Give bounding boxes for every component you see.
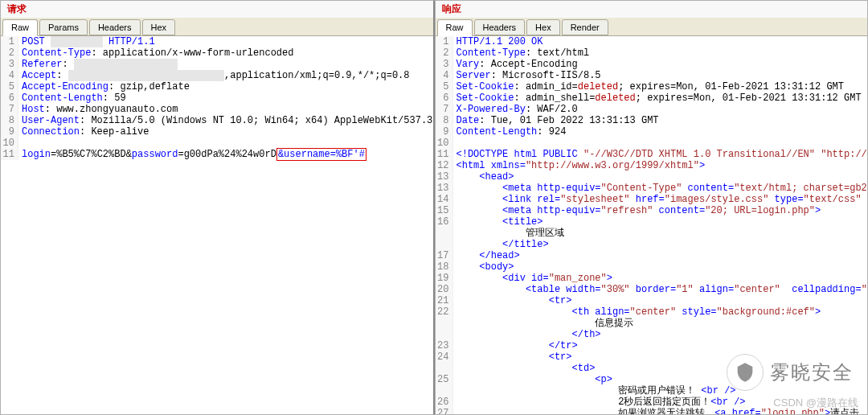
line-content: </th>	[453, 329, 601, 340]
line-content: Set-Cookie: admin_shell=deleted; expires…	[453, 92, 862, 104]
line-content: <!DOCTYPE html PUBLIC "-//W3C//DTD XHTML…	[453, 149, 868, 160]
line-content: <tr>	[453, 295, 572, 306]
line-content: login=%B5%C7%C2%BD&password=g00dPa%24%24…	[18, 149, 366, 160]
line-content: HTTP/1.1 200 OK	[453, 36, 543, 47]
code-line: </title>	[436, 239, 868, 250]
line-number: 24	[436, 351, 453, 363]
line-number: 9	[1, 126, 18, 138]
code-line: 25 <p>	[436, 374, 868, 385]
code-line: 13 <head>	[436, 171, 868, 183]
code-line: 10	[1, 138, 433, 149]
line-content: Date: Tue, 01 Feb 2022 13:31:13 GMT	[453, 115, 659, 126]
line-number: 10	[1, 138, 18, 149]
line-number: 26	[436, 397, 453, 408]
code-line: 6Set-Cookie: admin_shell=deleted; expire…	[436, 92, 868, 104]
code-line: 密码或用户错误！ <br />	[436, 385, 868, 397]
response-title: 响应	[436, 1, 868, 18]
tab-hex[interactable]: Hex	[526, 19, 560, 35]
response-code[interactable]: 1HTTP/1.1 200 OK2Content-Type: text/html…	[436, 36, 868, 414]
tab-headers[interactable]: Headers	[474, 19, 526, 35]
code-line: 9Connection: Keep-alive	[1, 126, 433, 138]
line-number: 5	[436, 81, 453, 92]
code-line: 8User-Agent: Mozilla/5.0 (Windows NT 10.…	[1, 115, 433, 126]
line-number: 3	[1, 59, 18, 70]
line-number: 2	[436, 47, 453, 59]
tab-params[interactable]: Params	[39, 19, 88, 35]
line-content	[453, 138, 457, 149]
code-line: 17 </head>	[436, 250, 868, 261]
code-line: 11login=%B5%C7%C2%BD&password=g00dPa%24%…	[1, 149, 433, 160]
line-content: 管理区域	[453, 228, 564, 239]
tab-hex[interactable]: Hex	[142, 19, 176, 35]
line-content: <title>	[453, 216, 543, 228]
line-number	[436, 318, 453, 329]
code-line: 24 <tr>	[436, 351, 868, 363]
line-content: Vary: Accept-Encoding	[453, 59, 578, 70]
code-line: 8Date: Tue, 01 Feb 2022 13:31:13 GMT	[436, 115, 868, 126]
request-code[interactable]: 1POST xxxxxxxxx HTTP/1.12Content-Type: a…	[1, 36, 433, 414]
tab-raw[interactable]: Raw	[2, 19, 38, 36]
code-line: 27 如果浏览器无法跳转，<a href="login.php">请点击	[436, 408, 868, 414]
line-content: <tr>	[453, 351, 572, 363]
code-line: 2Content-Type: application/x-www-form-ur…	[1, 47, 433, 59]
code-line: 5Accept-Encoding: gzip,deflate	[1, 81, 433, 92]
response-pane: 响应 RawHeadersHexRender 1HTTP/1.1 200 OK2…	[435, 0, 869, 415]
line-number: 4	[436, 70, 453, 81]
line-content: 2秒后返回指定页面！<br />	[453, 397, 746, 408]
line-content: <meta http-equiv="Content-Type" content=…	[453, 183, 868, 194]
line-number: 27	[436, 408, 453, 414]
code-line: 管理区域	[436, 228, 868, 239]
line-content	[18, 138, 22, 149]
code-line: 4Server: Microsoft-IIS/8.5	[436, 70, 868, 81]
line-number	[436, 228, 453, 239]
line-content: POST xxxxxxxxx HTTP/1.1	[18, 36, 155, 47]
line-content: Content-Length: 59	[18, 92, 126, 104]
code-line: 2Content-Type: text/html	[436, 47, 868, 59]
line-number: 4	[1, 70, 18, 81]
code-line: 11<!DOCTYPE html PUBLIC "-//W3C//DTD XHT…	[436, 149, 868, 160]
line-content: Set-Cookie: admin_id=deleted; expires=Mo…	[453, 81, 845, 92]
code-line: 信息提示	[436, 318, 868, 329]
line-number: 5	[1, 81, 18, 92]
line-number: 23	[436, 340, 453, 351]
line-content: <div id="man_zone">	[453, 273, 612, 284]
code-line: 3Vary: Accept-Encoding	[436, 59, 868, 70]
tab-raw[interactable]: Raw	[437, 19, 473, 36]
code-line: 18 <body>	[436, 261, 868, 273]
line-content: <link rel="stylesheet" href="images/styl…	[453, 194, 868, 205]
line-number: 11	[436, 149, 453, 160]
line-number: 17	[436, 250, 453, 261]
line-content: 密码或用户错误！ <br />	[453, 385, 736, 397]
code-line: 1POST xxxxxxxxx HTTP/1.1	[1, 36, 433, 47]
line-number: 7	[436, 104, 453, 115]
line-number: 3	[436, 59, 453, 70]
request-pane: 请求 RawParamsHeadersHex 1POST xxxxxxxxx H…	[0, 0, 435, 415]
line-content: Connection: Keep-alive	[18, 126, 149, 138]
line-number: 13	[436, 183, 453, 194]
code-line: 7X-Powered-By: WAF/2.0	[436, 104, 868, 115]
code-line: 13 <meta http-equiv="Content-Type" conte…	[436, 183, 868, 194]
line-number: 9	[436, 126, 453, 138]
line-content: <meta http-equiv="refresh" content="20; …	[453, 205, 821, 216]
line-number: 12	[436, 160, 453, 171]
line-number: 15	[436, 205, 453, 216]
line-number: 7	[1, 104, 18, 115]
line-content: Content-Type: application/x-www-form-url…	[18, 47, 293, 59]
line-content: Server: Microsoft-IIS/8.5	[453, 70, 601, 81]
code-line: 26 2秒后返回指定页面！<br />	[436, 397, 868, 408]
line-number: 1	[1, 36, 18, 47]
line-number	[436, 329, 453, 340]
code-line: 12<html xmlns="http://www.w3.org/1999/xh…	[436, 160, 868, 171]
tab-render[interactable]: Render	[562, 19, 608, 35]
code-line: 1HTTP/1.1 200 OK	[436, 36, 868, 47]
line-content: User-Agent: Mozilla/5.0 (Windows NT 10.0…	[18, 115, 433, 126]
code-line: 16 <title>	[436, 216, 868, 228]
line-number: 8	[436, 115, 453, 126]
line-number: 11	[1, 149, 18, 160]
code-line: 7Host: www.zhongyuanauto.com	[1, 104, 433, 115]
line-number: 22	[436, 306, 453, 318]
tab-headers[interactable]: Headers	[89, 19, 141, 35]
line-number: 25	[436, 374, 453, 385]
line-number: 6	[1, 92, 18, 104]
line-number: 21	[436, 295, 453, 306]
